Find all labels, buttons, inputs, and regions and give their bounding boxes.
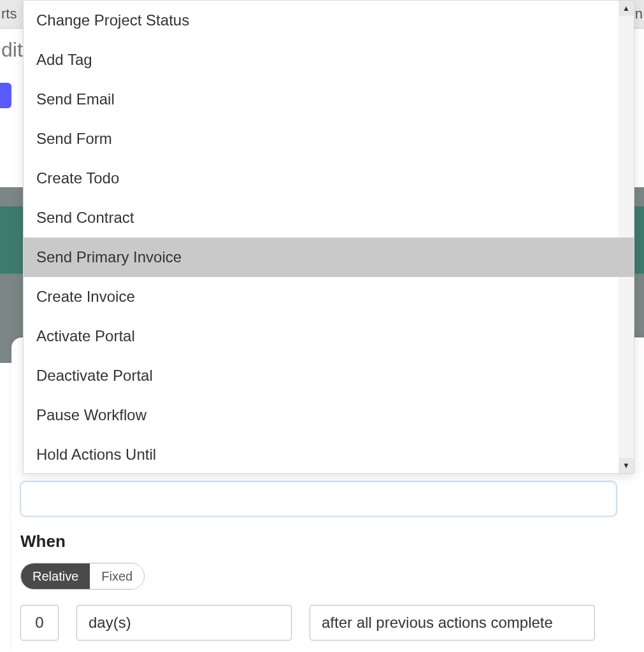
dropdown-option[interactable]: Activate Portal [24,316,634,356]
dropdown-option[interactable]: Send Form [24,119,634,159]
when-unit-select[interactable]: day(s) [76,605,292,641]
bg-edit-text: dit [0,38,23,62]
dropdown-option[interactable]: Deactivate Portal [24,356,634,395]
dropdown-option[interactable]: Create Todo [24,159,634,198]
dropdown-option[interactable]: Create Invoice [24,277,634,316]
when-toggle-relative[interactable]: Relative [21,563,90,589]
bg-top-left-text: rts [0,6,17,22]
dropdown-option[interactable]: Change Project Status [24,1,634,40]
dropdown-option[interactable]: Add Tag [24,40,634,80]
dropdown-option[interactable]: Pause Workflow [24,395,634,435]
dropdown-option[interactable]: Hold Actions Until [24,435,634,473]
scroll-down-arrow-icon[interactable]: ▼ [619,458,634,473]
when-number-input[interactable] [20,605,59,641]
dropdown-option[interactable]: Send Email [24,80,634,119]
when-section: When Relative Fixed day(s) after all pre… [20,532,617,641]
dropdown-option[interactable]: Send Primary Invoice [24,237,634,277]
when-mode-toggle[interactable]: Relative Fixed [20,563,145,590]
when-label: When [20,532,617,551]
action-select-field[interactable] [20,481,617,516]
bg-badge [0,83,11,108]
action-dropdown[interactable]: ▲ Change Project StatusAdd TagSend Email… [23,0,634,474]
when-relative-select[interactable]: after all previous actions complete [310,605,595,641]
when-toggle-fixed[interactable]: Fixed [90,563,144,589]
bg-top-right-text: n [635,6,643,22]
dropdown-option[interactable]: Send Contract [24,198,634,237]
action-dropdown-list: Change Project StatusAdd TagSend EmailSe… [24,1,634,473]
